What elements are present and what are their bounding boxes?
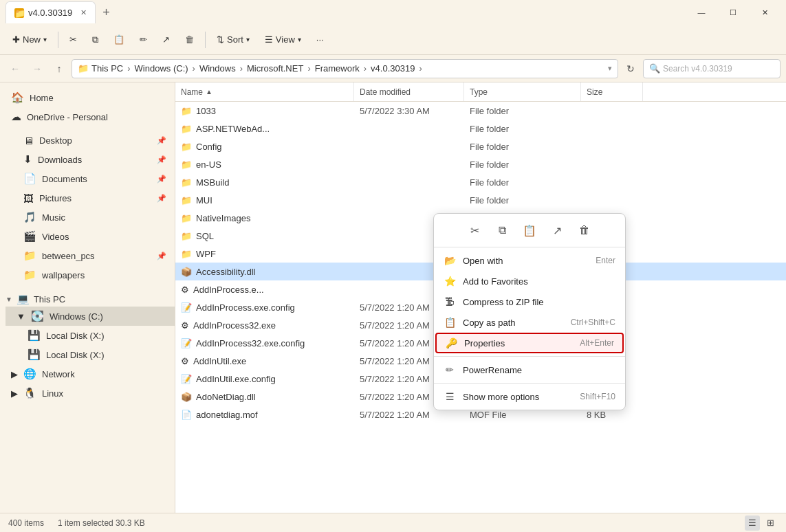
menu-cut-icon[interactable]: ✂ xyxy=(465,221,484,240)
address-box[interactable]: 📁 This PC › Windows (C:) › Windows › Mic… xyxy=(72,59,618,78)
sidebar-item-local-disk-x1[interactable]: 💾 Local Disk (X:) xyxy=(6,326,175,345)
sidebar-item-wallpapers[interactable]: 📁 wallpapers xyxy=(0,265,175,285)
sidebar-item-music[interactable]: 🎵 Music xyxy=(0,208,175,227)
folder-file-icon: 📁 xyxy=(181,159,192,170)
file-cell-type: MOF File xyxy=(464,410,581,420)
address-dropdown-icon[interactable]: ▾ xyxy=(608,64,612,73)
file-row[interactable]: 📁 MUI File folder xyxy=(175,191,786,209)
tab-folder-icon: 📁 xyxy=(14,8,24,18)
col-header-name[interactable]: Name ▲ xyxy=(175,82,354,101)
new-tab-button[interactable]: + xyxy=(96,5,117,20)
address-folder-icon: 📁 xyxy=(78,63,89,74)
new-button[interactable]: ✚ New ▾ xyxy=(6,32,54,47)
minimize-button[interactable]: — xyxy=(686,0,717,25)
menu-power-rename[interactable]: ✏ PowerRename xyxy=(434,359,625,380)
sidebar-item-documents[interactable]: 📄 Documents 📌 xyxy=(0,169,175,188)
maximize-button[interactable]: ☐ xyxy=(717,0,749,25)
file-cell-name: ⚙ AddInProcess32.exe xyxy=(175,320,354,331)
menu-paste-icon[interactable]: 📋 xyxy=(520,221,539,240)
sidebar-item-home[interactable]: 🏠 Home xyxy=(0,88,175,107)
up-button[interactable]: ↑ xyxy=(50,59,69,78)
tiles-view-button[interactable]: ⊞ xyxy=(763,516,778,531)
cut-button[interactable]: ✂ xyxy=(63,32,84,47)
breadcrumb-microsoft-net[interactable]: Microsoft.NET xyxy=(247,63,303,74)
config-file-icon: 📝 xyxy=(181,302,192,313)
name-sort-icon: ▲ xyxy=(206,88,212,96)
delete-button[interactable]: 🗑 xyxy=(178,32,201,47)
breadcrumb-this-pc[interactable]: This PC xyxy=(91,63,123,74)
file-row[interactable]: 📁 1033 5/7/2022 3:30 AM File folder xyxy=(175,102,786,120)
menu-copy-as-path[interactable]: 📋 Copy as path Ctrl+Shift+C xyxy=(434,312,625,333)
pictures-icon: 🖼 xyxy=(23,192,34,204)
menu-open-with[interactable]: 📂 Open with Enter xyxy=(434,250,625,271)
file-cell-name: 📝 AddInProcess.exe.config xyxy=(175,302,354,313)
menu-share-icon[interactable]: ↗ xyxy=(547,221,567,240)
menu-delete-icon[interactable]: 🗑 xyxy=(575,221,594,240)
share-button[interactable]: ↗ xyxy=(155,32,177,47)
file-row[interactable]: 📁 en-US File folder xyxy=(175,155,786,173)
breadcrumb-windows[interactable]: Windows xyxy=(199,63,236,74)
file-cell-name: 📁 Config xyxy=(175,142,354,152)
more-button[interactable]: ··· xyxy=(309,32,331,47)
folder-file-icon: 📁 xyxy=(181,213,192,223)
sidebar-item-onedrive[interactable]: ☁ OneDrive - Personal xyxy=(0,107,175,126)
file-cell-name: 📁 WPF xyxy=(175,249,354,259)
folder-file-icon: 📁 xyxy=(181,142,192,152)
file-row[interactable]: 📁 MSBuild File folder xyxy=(175,173,786,191)
sidebar-item-pictures[interactable]: 🖼 Pictures 📌 xyxy=(0,188,175,208)
sort-button[interactable]: ⇅ Sort ▾ xyxy=(210,32,256,47)
file-cell-name: 📦 AdoNetDiag.dll xyxy=(175,392,354,402)
col-header-date[interactable]: Date modified xyxy=(354,82,464,101)
tab-close-button[interactable]: ✕ xyxy=(80,8,87,17)
view-button[interactable]: ☰ View ▾ xyxy=(258,32,308,47)
menu-copy-icon[interactable]: ⧉ xyxy=(492,221,512,240)
col-header-size[interactable]: Size xyxy=(581,82,643,101)
file-row[interactable]: 📁 ASP.NETWebAd... File folder xyxy=(175,120,786,137)
sidebar-item-network[interactable]: ▶ 🌐 Network xyxy=(0,364,175,384)
col-header-type[interactable]: Type xyxy=(464,82,581,101)
file-cell-type: File folder xyxy=(464,124,581,134)
main-tab[interactable]: 📁 v4.0.30319 ✕ xyxy=(6,1,96,23)
paste-button[interactable]: 📋 xyxy=(107,32,131,47)
new-chevron-icon: ▾ xyxy=(43,36,47,43)
view-icon: ☰ xyxy=(265,34,273,45)
back-button[interactable]: ← xyxy=(6,59,25,78)
copy-button[interactable]: ⧉ xyxy=(85,32,105,48)
close-button[interactable]: ✕ xyxy=(749,0,780,25)
sidebar-item-windows-c[interactable]: ▼ 💽 Windows (C:) xyxy=(6,307,175,326)
menu-properties[interactable]: 🔑 Properties Alt+Enter xyxy=(435,333,624,353)
sidebar-item-videos[interactable]: 🎬 Videos xyxy=(0,227,175,246)
sidebar-item-desktop[interactable]: 🖥 Desktop 📌 xyxy=(0,131,175,150)
search-icon: 🔍 xyxy=(649,63,660,74)
forward-button[interactable]: → xyxy=(28,59,47,78)
desktop-pin-icon: 📌 xyxy=(157,136,166,145)
details-view-button[interactable]: ☰ xyxy=(745,516,760,531)
file-content-area: Name ▲ Date modified Type Size 📁 1033 5/… xyxy=(175,82,786,513)
videos-icon: 🎬 xyxy=(23,230,36,243)
menu-compress-zip[interactable]: 🗜 Compress to ZIP file xyxy=(434,291,625,312)
exe-file-icon: ⚙ xyxy=(181,356,189,366)
sidebar-section-this-pc[interactable]: ▼ 💻 This PC xyxy=(0,289,175,307)
sidebar-item-local-disk-x2[interactable]: 💾 Local Disk (X:) xyxy=(6,345,175,364)
toolbar-separator-1 xyxy=(58,32,58,48)
file-cell-name: 📁 MSBuild xyxy=(175,177,354,188)
breadcrumb-framework[interactable]: Framework xyxy=(315,63,360,74)
file-row[interactable]: 📁 Config File folder xyxy=(175,137,786,155)
breadcrumb-windows-c[interactable]: Windows (C:) xyxy=(135,63,188,74)
menu-separator-2 xyxy=(434,356,625,357)
sidebar-item-downloads[interactable]: ⬇ Downloads 📌 xyxy=(0,150,175,169)
menu-add-to-favorites[interactable]: ⭐ Add to Favorites xyxy=(434,271,625,291)
breadcrumb-version[interactable]: v4.0.30319 xyxy=(371,63,415,74)
refresh-button[interactable]: ↻ xyxy=(621,59,640,78)
local-disk-x1-icon: 💾 xyxy=(28,329,41,342)
sidebar-item-linux[interactable]: ▶ 🐧 Linux xyxy=(0,384,175,403)
linux-chevron-icon: ▶ xyxy=(11,388,18,399)
rename-button[interactable]: ✏ xyxy=(133,32,154,47)
sidebar-item-between-pcs[interactable]: 📁 between_pcs 📌 xyxy=(0,246,175,265)
search-placeholder: Search v4.0.30319 xyxy=(663,64,732,74)
dll-file-icon: 📦 xyxy=(181,267,192,277)
menu-show-more-options[interactable]: ☰ Show more options Shift+F10 xyxy=(434,386,625,407)
file-cell-name: 📁 SQL xyxy=(175,231,354,241)
this-pc-icon: 💻 xyxy=(17,293,30,305)
search-box[interactable]: 🔍 Search v4.0.30319 xyxy=(643,59,780,78)
